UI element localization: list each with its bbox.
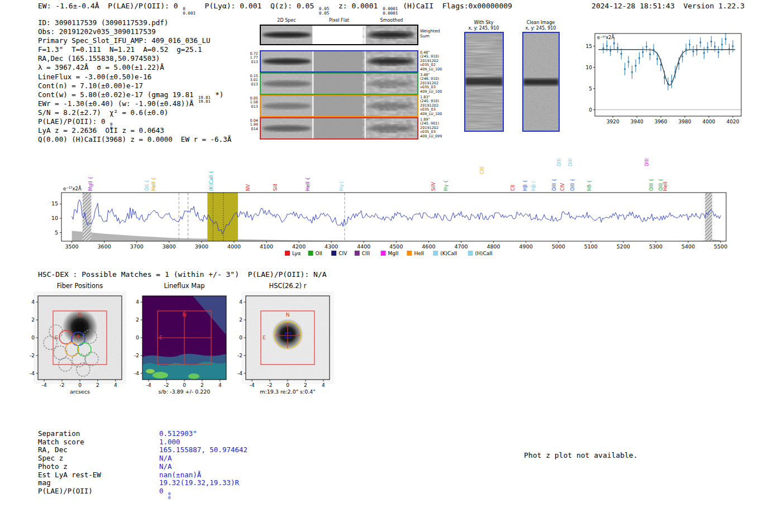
x-tick-label: 0 [183, 382, 186, 388]
spec2d-row-left-labels: 0.153.01013 [244, 74, 258, 87]
svg-text:10: 10 [586, 65, 593, 70]
cutout-xlabel-mag: m:19.3 re:2.0" s:0.4" [235, 389, 341, 395]
match-row: P(LAE)/P(OII)0 00 [38, 487, 247, 500]
x-tick-label: 4 [218, 382, 222, 388]
x-tick-label: -4 [42, 382, 47, 388]
emission-line-label: Hβ ( [531, 181, 536, 191]
legend-swatch [331, 251, 336, 256]
y-tick-label: -2 [30, 353, 35, 358]
info-line: LyA z = 2.2636 OII z = 0.0643 [38, 126, 231, 135]
info-line: Cont(w) = 5.80(±0.02)e-17 (gmag 19.81 19… [38, 90, 231, 99]
svg-text:5: 5 [55, 229, 58, 236]
match-table: Separation0.512903"Match score1.000RA, D… [38, 430, 247, 500]
info-line: ID: 3090117539 (3090117539.pdf) [38, 18, 231, 27]
match-row: Est LyA rest-EWnan(±nan)Å [38, 471, 247, 480]
spectrum-legend: LyαOIICIVCIIIMgIIHeII(K)CaII(H)CaII [285, 251, 493, 256]
spec2d-row-right-labels: 1.89"(245, 901)20191202v035_03409_LU_099 [420, 118, 442, 138]
match-row: Separation0.512903" [38, 430, 247, 438]
spec2d-row [260, 25, 418, 45]
x-tick-label: -4 [146, 382, 151, 388]
info-line: Obs: 20191202v035_3090117539 [38, 27, 231, 36]
clean-image-image [523, 33, 559, 131]
x-tick-label: 2 [96, 382, 99, 388]
x-tick-label: -4 [250, 382, 255, 388]
match-row: Spec zN/A [38, 454, 247, 463]
line-fit-plot: 392039403960398040004020051015e⁻¹⁷x2Å [578, 26, 746, 133]
emission-line-label: Hγ ( [338, 181, 344, 191]
elixer-report-page: EW: -1.6±-0.4Å P(LAE)/P(OII): 0 00.001 P… [0, 0, 782, 532]
header-datetime-version: 2024-12-28 18:51:43 Version 1.22.3 [592, 2, 745, 10]
svg-text:4400: 4400 [357, 243, 370, 250]
x-tick-label: 0 [286, 382, 289, 388]
legend-label: (H)CaII [475, 251, 493, 256]
y-tick-label: 2 [31, 317, 35, 323]
spectrum-ylabel: e⁻¹⁷x2Å [63, 185, 82, 191]
svg-text:3940: 3940 [631, 119, 643, 124]
x-tick-label: -2 [268, 382, 273, 388]
legend-swatch [308, 251, 313, 256]
legend-swatch [407, 251, 412, 256]
emission-line-label: Hβ { [522, 180, 528, 191]
with-sky-panel [464, 32, 504, 132]
north-label: N [182, 311, 186, 318]
legend-swatch [355, 251, 360, 256]
svg-text:4000: 4000 [703, 119, 716, 124]
emission-line-label: CII [510, 185, 516, 191]
emission-line-label: Hγ { [443, 180, 449, 191]
emission-line-label: CIV [560, 183, 565, 191]
with-sky-image [465, 33, 503, 131]
info-line: RA,Dec (165.155838,50.974503) [38, 54, 231, 63]
spec2d-row-right-labels: 0.48"(245, 910)20191202v035_02409_LU_100 [420, 51, 442, 71]
masked-region [705, 193, 712, 241]
north-label: N [78, 311, 82, 318]
y-tick-label: -2 [134, 353, 139, 358]
detection-info-block: ID: 3090117539 (3090117539.pdf)Obs: 2019… [38, 18, 231, 144]
spec2d-row [260, 95, 418, 117]
emission-line-label: OII { [144, 180, 150, 191]
x-tick-label: 4 [114, 382, 117, 388]
y-tick-label: -4 [30, 371, 35, 376]
spec2d-row-left-labels: 0.041.99014 [244, 119, 258, 131]
weighted-sum-label: WeightedSum [420, 29, 440, 39]
east-label: E [263, 334, 266, 341]
svg-text:3800: 3800 [163, 243, 176, 250]
svg-text:5100: 5100 [584, 243, 598, 250]
emission-line-label: OIII { [649, 179, 654, 191]
emission-line-label: HeII [662, 181, 668, 191]
y-tick-label: -4 [237, 371, 242, 376]
north-label: N [285, 311, 289, 318]
emission-line-labels: MgII {OII {HeII {(K)CaII {NVSiIIHeII {Hγ… [88, 159, 668, 191]
y-tick-label: 0 [239, 335, 242, 341]
svg-text:4600: 4600 [422, 243, 435, 250]
spec2d-row [260, 73, 418, 95]
col-header-pixelflat: Pixel Flat [313, 18, 365, 23]
svg-text:3960: 3960 [655, 119, 667, 124]
svg-text:3980: 3980 [679, 119, 692, 124]
svg-text:5300: 5300 [649, 243, 662, 250]
info-line: Cont(n) = 7.10(±0.00)e-17 [38, 82, 231, 90]
clean-image-title: Clean Image [518, 20, 563, 25]
svg-text:3900: 3900 [195, 243, 208, 250]
y-tick-label: 4 [239, 299, 242, 305]
info-line: F=1.3" T=0.111 N=1.21 A=0.52 g=25.1 [38, 45, 231, 54]
x-tick-label: 2 [304, 382, 307, 388]
emission-line-label: (K)CaII { [208, 171, 214, 191]
svg-text:4900: 4900 [519, 243, 533, 250]
legend-label: Lyα [292, 251, 301, 256]
info-line: λ = 3967.42Å σ = 5.00(±1.22)Å [38, 63, 231, 72]
svg-text:4700: 4700 [454, 243, 468, 250]
emission-line-label: SiIV [431, 182, 436, 191]
fiber-positions-cutout: -4-2024-4-2024NE [22, 291, 134, 395]
svg-text:0: 0 [589, 107, 592, 113]
emission-line-label: Hδ { [586, 180, 592, 191]
svg-text:4200: 4200 [292, 243, 306, 250]
legend-swatch [381, 251, 386, 256]
y-tick-label: 0 [31, 335, 35, 341]
legend-swatch [285, 251, 290, 256]
svg-text:4100: 4100 [260, 243, 273, 250]
emission-line-label: OIII { [551, 179, 557, 191]
emission-line-label: OIII [568, 159, 573, 166]
info-line: Primary Spec_Slot_IFU_AMP: 409_016_036_L… [38, 36, 231, 45]
y-tick-label: 0 [136, 335, 139, 341]
y-tick-label: 2 [136, 317, 139, 323]
